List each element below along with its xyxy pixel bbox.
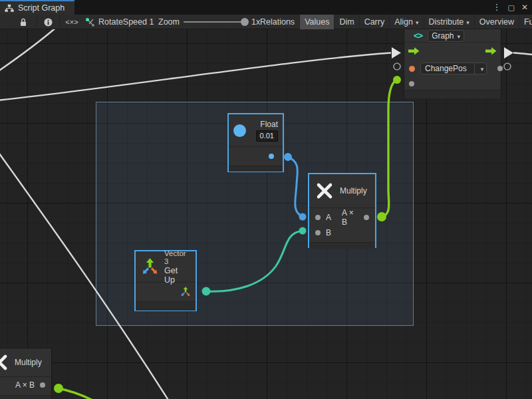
wire-blue-end-dot[interactable] xyxy=(299,213,307,221)
info-icon xyxy=(44,18,53,27)
button-dim[interactable]: Dim xyxy=(334,15,359,29)
chevron-down-icon: ▾ xyxy=(478,66,487,72)
multiply2-output-label: A × B xyxy=(15,380,35,390)
graph-input-arrow[interactable] xyxy=(392,47,401,59)
graph-canvas[interactable]: Float 0.01 Multiply A A × B xyxy=(0,29,532,399)
zoom-slider[interactable] xyxy=(184,21,247,23)
script-graph-icon xyxy=(5,4,14,13)
float-output-port[interactable] xyxy=(269,154,274,159)
float-icon xyxy=(233,124,246,137)
window-menu-icon[interactable]: ⋮ xyxy=(493,0,501,15)
tab-script-graph[interactable]: Script Graph xyxy=(0,0,74,15)
wire-float-to-multiply-a[interactable] xyxy=(288,157,303,217)
unity-script-graph-window: Script Graph ⋮ ▢ ✕ xyxy=(0,0,532,399)
button-relations[interactable]: Relations xyxy=(255,15,300,29)
wire-green2-start-dot[interactable] xyxy=(54,384,63,393)
wire-multiply2-output[interactable] xyxy=(59,388,101,399)
vector3-node-title: Get Up xyxy=(164,266,190,285)
graph-output-arrow[interactable] xyxy=(504,47,513,59)
tab-title: Script Graph xyxy=(18,3,65,13)
multiply2-output-port[interactable] xyxy=(40,382,45,388)
graph-extra-input-port[interactable] xyxy=(409,81,414,86)
button-distribute[interactable]: Distribute▾ xyxy=(424,15,475,29)
wire-white-topleft[interactable] xyxy=(0,27,57,72)
graph-dropdown[interactable]: Graph ▾ xyxy=(428,30,464,42)
multiply2-node-title: Multiply xyxy=(15,358,42,367)
info-button[interactable] xyxy=(37,15,60,29)
multiply-node-2[interactable]: Multiply A A × B xyxy=(0,348,52,399)
vector3-axis-icon xyxy=(141,258,159,276)
changepos-input-port[interactable] xyxy=(409,66,415,72)
multiply-input-a-label: A xyxy=(326,213,331,222)
lock-icon xyxy=(19,18,27,27)
wire-green-start-dot[interactable] xyxy=(377,212,386,221)
multiply-input-b-label: B xyxy=(326,228,331,237)
vector3-output-port[interactable] xyxy=(180,287,191,297)
graph-asset-icon xyxy=(85,17,95,27)
vector3-type-label: Vector 3 xyxy=(164,249,190,265)
zoom-slider-handle[interactable] xyxy=(241,18,249,26)
flow-input-arrow[interactable] xyxy=(408,47,420,55)
changepos-dropdown[interactable]: ChangePos ▾ xyxy=(420,63,487,74)
button-overview[interactable]: Overview xyxy=(475,15,519,29)
chevron-down-icon: ▾ xyxy=(458,33,461,40)
float-node[interactable]: Float 0.01 xyxy=(227,113,284,172)
titlebar: Script Graph ⋮ ▢ ✕ xyxy=(0,0,532,15)
window-controls: ⋮ ▢ ✕ xyxy=(493,0,528,15)
graph-input-ghost-port[interactable] xyxy=(394,63,400,70)
float-node-title: Float xyxy=(260,120,278,129)
graph-toolbar: <×> RotateSpeed 1 Zoom 1x Relations Valu… xyxy=(0,15,532,29)
wire-multiply-to-changepos[interactable] xyxy=(382,80,397,217)
wire-teal-end-dot[interactable] xyxy=(299,227,307,235)
wire-blue-start-dot[interactable] xyxy=(284,153,292,161)
code-brackets-icon: <> xyxy=(414,31,422,41)
chevron-down-icon: ▾ xyxy=(466,19,469,26)
wire-getup-to-multiply-b[interactable] xyxy=(206,231,303,291)
button-values[interactable]: Values xyxy=(300,15,334,29)
multiply-node[interactable]: Multiply A A × B B xyxy=(308,173,376,248)
multiply-icon xyxy=(316,182,333,200)
multiply-input-b-port[interactable] xyxy=(315,230,321,235)
wire-green-end-dot[interactable] xyxy=(393,76,401,84)
button-align[interactable]: Align▾ xyxy=(390,15,424,29)
code-view-icon: <×> xyxy=(65,18,78,26)
zoom-label: Zoom xyxy=(158,17,180,27)
maximize-icon[interactable]: ▢ xyxy=(508,0,515,15)
graph-unit-node[interactable]: <> Graph ▾ ChangePos xyxy=(404,29,501,98)
breadcrumb[interactable]: RotateSpeed 1 xyxy=(98,17,154,27)
button-carry[interactable]: Carry xyxy=(360,15,390,29)
multiply-icon xyxy=(0,354,8,371)
multiply-input-a-port[interactable] xyxy=(315,215,321,220)
float-value-input[interactable]: 0.01 xyxy=(256,130,278,142)
flow-output-arrow[interactable] xyxy=(485,47,497,55)
multiply-output-port[interactable] xyxy=(364,215,369,220)
multiply-output-label: A × B xyxy=(342,208,358,227)
chevron-down-icon: ▾ xyxy=(416,19,419,26)
button-fullscreen[interactable]: Full Screen xyxy=(519,15,532,29)
vector3-getup-node[interactable]: Vector 3 Get Up xyxy=(134,250,197,311)
code-view-button[interactable]: <×> xyxy=(60,15,84,29)
graph-output-ghost-port[interactable] xyxy=(504,63,511,70)
wire-white-to-graph-input[interactable] xyxy=(0,53,391,101)
wire-white-from-graph-output[interactable] xyxy=(513,53,532,55)
close-icon[interactable]: ✕ xyxy=(521,0,528,15)
wire-teal-start-dot[interactable] xyxy=(202,287,211,296)
lock-button[interactable] xyxy=(9,15,37,29)
multiply-node-title: Multiply xyxy=(340,186,367,196)
